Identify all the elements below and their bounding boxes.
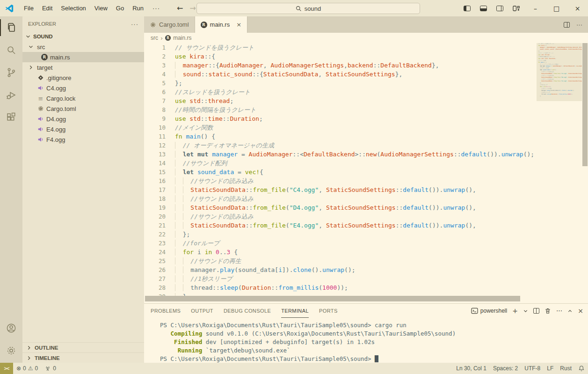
tab-cargo-toml[interactable]: Cargo.toml	[144, 16, 195, 33]
close-button[interactable]: ×	[567, 0, 588, 16]
code-line: 8//時間の間隔を扱うクレート	[148, 105, 537, 114]
toggle-primary-sidebar-icon[interactable]	[464, 6, 471, 11]
timeline-section[interactable]: TIMELINE	[22, 352, 144, 363]
tree-item-gitignore[interactable]: .gitignore	[22, 73, 144, 83]
gear-file-icon	[150, 22, 156, 28]
section-label: TIMELINE	[35, 355, 60, 361]
settings-gear-icon[interactable]	[0, 339, 22, 362]
line-number: 14	[148, 159, 166, 168]
code-line: 10//メイン関数	[148, 123, 537, 132]
split-editor-icon[interactable]	[564, 22, 570, 28]
line-number: 1	[148, 43, 166, 52]
code-line: 11fn main() {	[148, 132, 537, 141]
navigate-back-icon[interactable]: ←	[177, 4, 183, 13]
panel-tab-terminal[interactable]: TERMINAL	[281, 304, 309, 318]
code-line: 15 let sound_data = vec!{	[148, 168, 537, 176]
tree-item-src[interactable]: src	[22, 42, 144, 52]
tab-main-rs[interactable]: R main.rs ×	[195, 16, 248, 33]
explorer-sidebar: EXPLORER ··· SOUND src R main.rs target	[22, 16, 144, 363]
audio-file-icon	[37, 126, 44, 132]
split-terminal-icon[interactable]	[533, 308, 539, 314]
code-line: 25 //サウンドの再生	[148, 257, 537, 265]
horizontal-scrollbar[interactable]	[145, 296, 520, 301]
source-control-icon[interactable]	[0, 61, 22, 84]
minimap-content: // サウンドを扱うクレートuse kira::{ manager::{Audi…	[537, 43, 582, 97]
code-line: 9use std::time::Duration;	[148, 114, 537, 123]
panel-tab-output[interactable]: OUTPUT	[191, 304, 213, 318]
close-tab-icon[interactable]: ×	[236, 21, 241, 28]
explorer-icon[interactable]	[0, 16, 22, 39]
panel-tab-problems[interactable]: PROBLEMS	[151, 304, 181, 318]
toggle-panel-icon[interactable]	[480, 6, 487, 11]
tab-label: main.rs	[210, 21, 230, 28]
chevron-down-icon[interactable]	[523, 308, 528, 314]
code-line: 23 //forループ	[148, 239, 537, 248]
problems-status[interactable]: ⊗ 0 ⚠ 0	[13, 363, 41, 374]
outline-section[interactable]: OUTLINE	[22, 342, 144, 352]
close-panel-icon[interactable]: ×	[578, 307, 583, 315]
new-terminal-icon[interactable]: +	[512, 307, 518, 315]
minimap[interactable]: // サウンドを扱うクレートuse kira::{ manager::{Audi…	[537, 43, 582, 97]
notifications-bell-icon[interactable]	[575, 363, 588, 374]
encoding-indicator[interactable]: UTF-8	[521, 363, 544, 374]
extensions-icon[interactable]	[0, 106, 22, 129]
command-center-search[interactable]: sound	[196, 3, 420, 14]
kill-terminal-trash-icon[interactable]	[544, 308, 551, 314]
minimize-button[interactable]: –	[525, 0, 546, 16]
line-number: 22	[148, 230, 166, 239]
menu-view[interactable]: View	[90, 0, 112, 16]
menu-overflow-button[interactable]: ···	[148, 5, 165, 12]
panel-tab-debug-console[interactable]: DEBUG CONSOLE	[224, 304, 271, 318]
customize-layout-icon[interactable]	[513, 5, 520, 12]
item-label: C4.ogg	[46, 85, 66, 92]
line-number: 25	[148, 257, 166, 265]
language-indicator[interactable]: Rust	[557, 363, 575, 374]
terminal-content[interactable]: PS C:\Users\Roxiga\Documents\Rust\Tauri\…	[144, 318, 588, 363]
vscode-logo-icon	[5, 4, 14, 13]
chevron-right-icon: ›	[160, 35, 163, 42]
run-and-debug-icon[interactable]	[0, 84, 22, 106]
item-label: Cargo.lock	[46, 95, 75, 102]
search-sidebar-icon[interactable]	[0, 39, 22, 61]
panel-more-actions-icon[interactable]: ···	[556, 307, 562, 315]
folder-section-sound[interactable]: SOUND	[22, 31, 144, 42]
tree-item-target[interactable]: target	[22, 62, 144, 73]
editor-more-actions-icon[interactable]: ···	[576, 21, 582, 28]
remote-indicator[interactable]: ><	[0, 363, 13, 374]
terminal-line: Compiling sound v0.1.0 (C:\Users\Roxiga\…	[151, 330, 588, 338]
tree-item-e4-ogg[interactable]: E4.ogg	[22, 124, 144, 134]
tree-item-d4-ogg[interactable]: D4.ogg	[22, 114, 144, 124]
breadcrumb-folder[interactable]: src	[151, 35, 158, 41]
tree-item-main-rs[interactable]: R main.rs	[22, 52, 144, 62]
panel-tab-ports[interactable]: PORTS	[319, 304, 338, 318]
explorer-more-icon[interactable]: ···	[131, 21, 138, 28]
code-line: 16 //サウンドの読み込み	[148, 176, 537, 185]
maximize-button[interactable]: □	[546, 0, 567, 16]
tree-item-cargo-lock[interactable]: ≡ Cargo.lock	[22, 93, 144, 103]
vertical-scrollbar[interactable]	[582, 43, 588, 166]
accounts-icon[interactable]	[0, 317, 22, 339]
eol-indicator[interactable]: LF	[544, 363, 557, 374]
maximize-panel-icon[interactable]	[567, 308, 573, 314]
item-label: .gitignore	[46, 74, 71, 81]
code-line: 6//スレッドを扱うクレート	[148, 88, 537, 96]
code-line: 12 // オーディオマネージャの生成	[148, 141, 537, 150]
tree-item-f4-ogg[interactable]: F4.ogg	[22, 134, 144, 145]
toggle-secondary-sidebar-icon[interactable]	[496, 6, 503, 11]
menu-run[interactable]: Run	[128, 0, 148, 16]
indentation-indicator[interactable]: Spaces: 2	[490, 363, 521, 374]
tree-item-cargo-toml[interactable]: Cargo.toml	[22, 103, 144, 114]
terminal-shell-selector[interactable]: powershell	[471, 308, 507, 314]
menu-edit[interactable]: Edit	[38, 0, 57, 16]
menu-go[interactable]: Go	[112, 0, 128, 16]
breadcrumb-file[interactable]: main.rs	[173, 35, 191, 41]
line-col-indicator[interactable]: Ln 30, Col 1	[453, 363, 490, 374]
code-editor[interactable]: 1// サウンドを扱うクレート2use kira::{3 manager::{A…	[144, 43, 588, 303]
menu-file[interactable]: File	[20, 0, 38, 16]
tree-item-c4-ogg[interactable]: C4.ogg	[22, 83, 144, 93]
audio-file-icon	[37, 116, 44, 122]
line-number: 12	[148, 141, 166, 150]
menu-selection[interactable]: Selection	[57, 0, 90, 16]
code-line: 26 manager.play(sound_data[i]).clone().u…	[148, 265, 537, 274]
ports-status[interactable]: 0	[41, 363, 59, 374]
